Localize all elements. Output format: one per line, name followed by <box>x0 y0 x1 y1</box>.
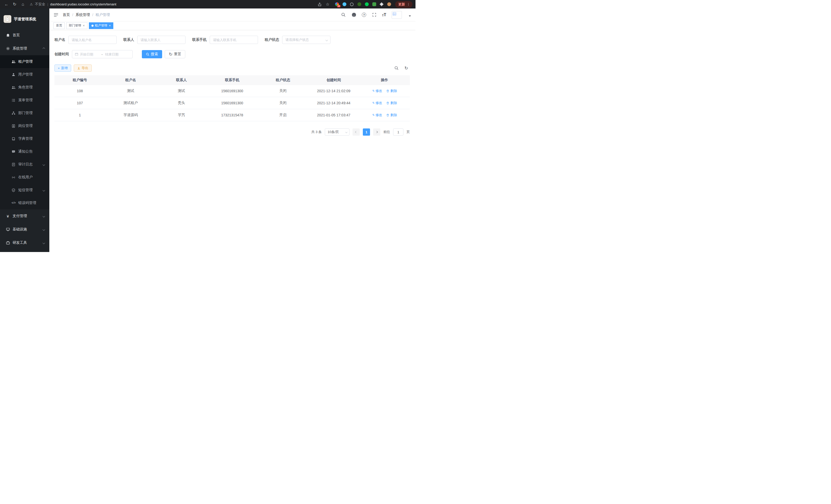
profile-avatar[interactable] <box>387 2 391 7</box>
user-avatar[interactable] <box>392 11 402 19</box>
warning-icon: ⚠ <box>30 2 33 6</box>
help-icon[interactable]: ? <box>362 12 366 17</box>
update-button[interactable]: 更新 ⋮ <box>395 1 412 8</box>
extension-icon[interactable] <box>364 2 369 7</box>
chevron-down-icon <box>42 189 45 191</box>
extensions-icon[interactable] <box>379 2 384 7</box>
goto-page-input[interactable] <box>393 128 403 136</box>
caret-down-icon[interactable] <box>409 16 411 17</box>
date-range-picker[interactable]: - <box>72 50 133 58</box>
table-row: 107 测试租户 秃头 15601691300 关闭 2021-12-14 20… <box>55 97 410 109</box>
hamburger-icon[interactable] <box>53 12 59 18</box>
sidebar-item-user[interactable]: 用户管理 <box>0 68 49 81</box>
github-icon[interactable] <box>351 12 356 18</box>
next-page-button[interactable] <box>373 128 380 136</box>
tenant-name-label: 租户名 <box>55 37 65 42</box>
sidebar-item-payment[interactable]: ¥ 支付管理 <box>0 209 49 223</box>
tenant-status-select[interactable]: 请选择租户状态 <box>282 36 331 44</box>
close-icon[interactable]: × <box>109 24 111 27</box>
delete-button[interactable]: 删除 <box>386 113 397 117</box>
tab-home[interactable]: 首页 <box>53 22 65 29</box>
refresh-icon: ↻ <box>169 52 172 57</box>
sidebar-item-audit-log[interactable]: 审计日志 <box>0 158 49 171</box>
font-size-icon[interactable]: TT <box>382 13 386 17</box>
sidebar-item-post[interactable]: 岗位管理 <box>0 119 49 132</box>
sidebar-item-tenant[interactable]: 租户管理 <box>0 55 49 68</box>
page-number-current[interactable]: 1 <box>363 128 370 136</box>
close-icon[interactable]: × <box>83 24 85 27</box>
gear-icon <box>6 47 10 51</box>
search-button[interactable]: 搜索 <box>142 50 162 58</box>
reload-icon[interactable]: ↻ <box>11 1 18 8</box>
search-label: 搜索 <box>151 52 158 57</box>
extension-icon[interactable] <box>349 2 354 7</box>
extension-icon[interactable] <box>372 2 376 7</box>
back-icon[interactable]: ← <box>3 1 10 8</box>
contact-input[interactable] <box>137 36 185 44</box>
briefcase-icon <box>6 241 10 245</box>
mobile-input[interactable] <box>210 36 258 44</box>
cell-tenant-id: 108 <box>55 89 105 93</box>
toggle-search-icon[interactable] <box>394 65 399 71</box>
extension-icon[interactable]: 10 <box>335 2 339 7</box>
edit-button[interactable]: ✎修改 <box>372 113 382 117</box>
extension-icon[interactable] <box>342 2 347 7</box>
sidebar-item-label: 部门管理 <box>18 111 33 115</box>
app-title: 芋道管理系统 <box>14 17 36 22</box>
export-button[interactable]: 导出 <box>74 64 92 72</box>
sidebar-item-devtools[interactable]: 研发工具 <box>0 236 49 249</box>
search-icon[interactable] <box>341 12 346 18</box>
cell-mobile: 17321315478 <box>207 113 258 117</box>
chevron-down-icon <box>325 38 328 41</box>
status-label: 租户状态 <box>265 37 279 42</box>
sidebar-item-menu[interactable]: 菜单管理 <box>0 94 49 107</box>
page-content: 租户名 联系人 联系手机 租户状态 请选择租户状态 <box>49 30 416 136</box>
id-badge-icon <box>11 124 16 128</box>
sidebar-item-home[interactable]: 首页 <box>0 29 49 42</box>
sidebar-item-role[interactable]: 角色管理 <box>0 81 49 94</box>
edit-button[interactable]: ✎修改 <box>372 101 382 105</box>
sidebar-item-sms[interactable]: 短信管理 <box>0 184 49 197</box>
tab-tenant[interactable]: 租户管理 × <box>89 22 114 29</box>
fullscreen-icon[interactable] <box>372 12 377 18</box>
home-icon[interactable]: ⌂ <box>20 1 26 8</box>
sidebar-item-error-code[interactable]: </> 错误码管理 <box>0 197 49 209</box>
tenant-name-input[interactable] <box>68 36 117 44</box>
column-header: 联系人 <box>156 78 207 83</box>
edit-button[interactable]: ✎修改 <box>372 89 382 93</box>
tab-dept[interactable]: 部门管理 × <box>66 22 87 29</box>
address-bar[interactable]: ⚠ 不安全 | dashboard.yudao.iocoder.cn/syste… <box>30 1 331 8</box>
delete-button[interactable]: 删除 <box>386 101 397 105</box>
add-button[interactable]: + 新增 <box>55 64 71 72</box>
sidebar-item-infrastructure[interactable]: 基础设施 <box>0 223 49 236</box>
sidebar-item-dept[interactable]: 部门管理 <box>0 107 49 119</box>
date-start-input[interactable] <box>80 52 99 56</box>
sidebar-item-label: 通知公告 <box>18 149 33 154</box>
overflow-menu-icon[interactable]: ⋮ <box>407 2 410 6</box>
delete-button[interactable]: 删除 <box>386 89 397 93</box>
extension-badge: 10 <box>337 5 341 7</box>
browser-extensions: 10 更新 ⋮ <box>335 1 412 8</box>
share-icon[interactable] <box>317 2 322 7</box>
sidebar-item-notice[interactable]: 通知公告 <box>0 145 49 158</box>
extension-icon[interactable] <box>357 2 362 7</box>
browser-chrome: ← ↻ ⌂ ⚠ 不安全 | dashboard.yudao.iocoder.cn… <box>0 0 416 8</box>
contact-label: 联系人 <box>123 37 134 42</box>
sidebar-item-label: 错误码管理 <box>18 201 36 205</box>
refresh-icon[interactable]: ↻ <box>404 65 409 71</box>
sidebar-item-system[interactable]: 系统管理 <box>0 42 49 55</box>
total-count: 共 3 条 <box>311 130 322 135</box>
page-size-select[interactable]: 10条/页 <box>325 128 349 136</box>
bookmark-icon[interactable]: ☆ <box>324 1 331 8</box>
table-header: 租户编号 租户名 联系人 联系手机 租户状态 创建时间 操作 <box>55 75 410 85</box>
cell-status: 开启 <box>257 113 308 117</box>
chevron-right-icon <box>376 131 378 133</box>
sidebar-item-online-user[interactable]: 在线用户 <box>0 171 49 184</box>
prev-page-button[interactable] <box>352 128 360 136</box>
breadcrumb-item[interactable]: 首页 <box>63 12 70 17</box>
reset-button[interactable]: ↻ 重置 <box>165 50 185 58</box>
date-end-input[interactable] <box>105 52 124 56</box>
sidebar-item-dict[interactable]: 字典管理 <box>0 132 49 145</box>
breadcrumb-item[interactable]: 系统管理 <box>76 12 90 17</box>
pagination: 共 3 条 10条/页 1 前往 页 <box>55 128 410 136</box>
